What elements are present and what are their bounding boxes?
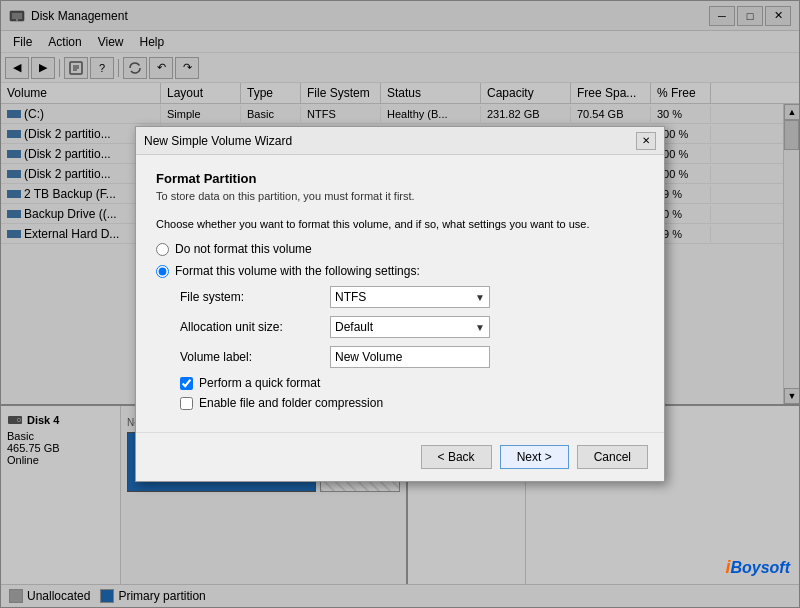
dialog-footer: < Back Next > Cancel <box>136 432 664 481</box>
compression-row: Enable file and folder compression <box>156 396 644 410</box>
next-button[interactable]: Next > <box>500 445 569 469</box>
dialog: New Simple Volume Wizard ✕ Format Partit… <box>135 126 665 482</box>
filesystem-arrow-icon: ▼ <box>475 292 485 303</box>
compression-checkbox[interactable] <box>180 397 193 410</box>
cancel-button[interactable]: Cancel <box>577 445 648 469</box>
watermark: iBoysoft <box>725 557 790 578</box>
form-row-volumelabel: Volume label: <box>156 346 644 368</box>
radio-format-label: Format this volume with the following se… <box>175 264 420 278</box>
radio-no-format-label: Do not format this volume <box>175 242 312 256</box>
dialog-question: Choose whether you want to format this v… <box>156 218 644 230</box>
dialog-heading: Format Partition <box>156 171 644 186</box>
allocation-value: Default <box>335 320 373 334</box>
dialog-body: Format Partition To store data on this p… <box>136 155 664 432</box>
compression-label: Enable file and folder compression <box>199 396 383 410</box>
radio-format-option[interactable]: Format this volume with the following se… <box>156 264 644 278</box>
quickformat-checkbox[interactable] <box>180 377 193 390</box>
radio-no-format-option[interactable]: Do not format this volume <box>156 242 644 256</box>
dialog-subtext: To store data on this partition, you mus… <box>156 190 644 202</box>
filesystem-value: NTFS <box>335 290 366 304</box>
volumelabel-label: Volume label: <box>180 350 330 364</box>
radio-format[interactable] <box>156 265 169 278</box>
back-button[interactable]: < Back <box>421 445 492 469</box>
watermark-suffix: Boysoft <box>730 559 790 576</box>
radio-no-format[interactable] <box>156 243 169 256</box>
modal-overlay: New Simple Volume Wizard ✕ Format Partit… <box>0 0 800 608</box>
dialog-title-bar: New Simple Volume Wizard ✕ <box>136 127 664 155</box>
dialog-title: New Simple Volume Wizard <box>144 134 636 148</box>
form-row-filesystem: File system: NTFS ▼ <box>156 286 644 308</box>
allocation-arrow-icon: ▼ <box>475 322 485 333</box>
allocation-select[interactable]: Default ▼ <box>330 316 490 338</box>
filesystem-label: File system: <box>180 290 330 304</box>
allocation-label: Allocation unit size: <box>180 320 330 334</box>
dialog-close-button[interactable]: ✕ <box>636 132 656 150</box>
form-row-allocation: Allocation unit size: Default ▼ <box>156 316 644 338</box>
filesystem-select[interactable]: NTFS ▼ <box>330 286 490 308</box>
quickformat-row: Perform a quick format <box>156 376 644 390</box>
volumelabel-input[interactable] <box>330 346 490 368</box>
quickformat-label: Perform a quick format <box>199 376 320 390</box>
